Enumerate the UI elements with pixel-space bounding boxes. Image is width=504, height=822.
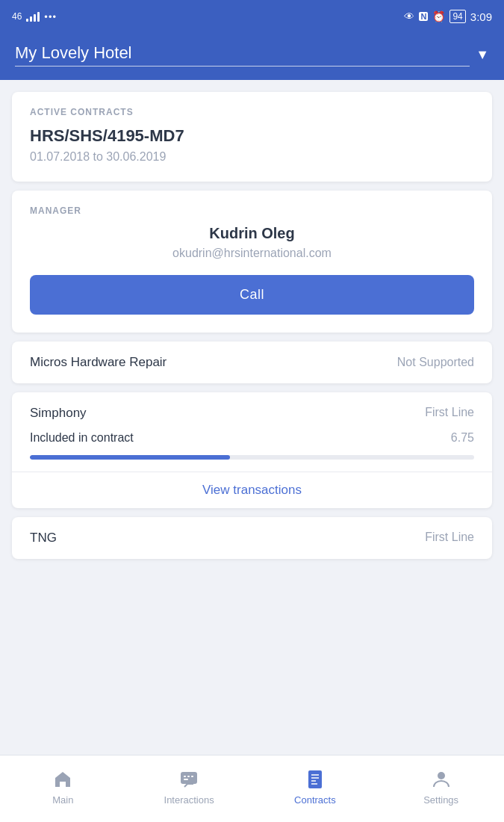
included-row: Included in contract 6.75 (12, 428, 492, 455)
eye-icon: 👁 (404, 10, 414, 22)
signal-bars (26, 11, 40, 22)
nav-label-settings: Settings (423, 794, 458, 806)
hotel-name[interactable]: My Lovely Hotel (15, 43, 470, 67)
time-display: 3:09 (470, 10, 492, 23)
main-content: ACTIVE CONTRACTS HRS/SHS/4195-MD7 01.07.… (0, 80, 504, 571)
tng-name: TNG (30, 531, 57, 546)
document-icon (305, 769, 326, 790)
nav-item-interactions[interactable]: Interactions (126, 769, 252, 806)
nav-item-contracts[interactable]: Contracts (252, 769, 379, 806)
status-bar: 46 ••• 👁 N ⏰ 94 3:09 (0, 0, 504, 33)
manager-card: MANAGER Kudrin Oleg okudrin@hrsinternati… (12, 191, 492, 333)
active-contracts-label: ACTIVE CONTRACTS (30, 107, 474, 117)
simphony-name: Simphony (30, 406, 87, 421)
contract-number: HRS/SHS/4195-MD7 (30, 126, 474, 146)
status-right: 👁 N ⏰ 94 3:09 (404, 10, 492, 23)
alarm-icon: ⏰ (432, 10, 445, 22)
service-status: Not Supported (397, 356, 474, 369)
battery-indicator: 94 (449, 10, 465, 23)
service-name: Micros Hardware Repair (30, 355, 167, 370)
micros-service-card: Micros Hardware Repair Not Supported (12, 342, 492, 383)
progress-bar-fill (30, 455, 230, 460)
active-contracts-card: ACTIVE CONTRACTS HRS/SHS/4195-MD7 01.07.… (12, 92, 492, 182)
svg-rect-1 (184, 776, 186, 777)
svg-rect-5 (308, 770, 322, 788)
bottom-navigation: Main Interactions Contracts Settings (0, 755, 504, 822)
nav-label-main: Main (52, 794, 73, 806)
svg-point-10 (438, 772, 445, 779)
progress-bar-background (30, 455, 474, 460)
call-button[interactable]: Call (30, 275, 474, 315)
wifi-dots: ••• (44, 11, 57, 22)
included-label: Included in contract (30, 431, 134, 445)
svg-rect-2 (187, 776, 190, 777)
progress-container (12, 455, 492, 472)
nfc-icon: N (419, 12, 428, 21)
manager-section-label: MANAGER (30, 206, 474, 216)
simphony-header: Simphony First Line (12, 392, 492, 428)
status-left: 46 ••• (12, 11, 57, 22)
nav-item-settings[interactable]: Settings (378, 769, 504, 806)
nav-label-contracts: Contracts (294, 794, 336, 806)
tng-status: First Line (425, 531, 474, 546)
simphony-status: First Line (425, 406, 474, 421)
nav-label-interactions: Interactions (164, 794, 214, 806)
chevron-down-icon[interactable]: ▼ (476, 47, 489, 63)
contract-dates: 01.07.2018 to 30.06.2019 (30, 150, 474, 164)
app-header: My Lovely Hotel ▼ (0, 33, 504, 80)
svg-rect-0 (181, 772, 197, 784)
carrier-text: 46 (12, 11, 22, 22)
manager-name: Kudrin Oleg (30, 225, 474, 242)
person-icon (431, 769, 452, 790)
home-icon (52, 769, 73, 790)
tng-card: TNG First Line (12, 517, 492, 559)
nav-item-main[interactable]: Main (0, 769, 126, 806)
svg-rect-3 (191, 776, 193, 777)
tng-row: TNG First Line (12, 517, 492, 559)
view-transactions-link[interactable]: View transactions (12, 472, 492, 508)
service-row: Micros Hardware Repair Not Supported (12, 342, 492, 383)
simphony-card: Simphony First Line Included in contract… (12, 392, 492, 508)
svg-rect-4 (184, 779, 188, 780)
chat-icon (178, 769, 199, 790)
included-value: 6.75 (451, 431, 474, 445)
manager-email: okudrin@hrsinternational.com (30, 247, 474, 260)
